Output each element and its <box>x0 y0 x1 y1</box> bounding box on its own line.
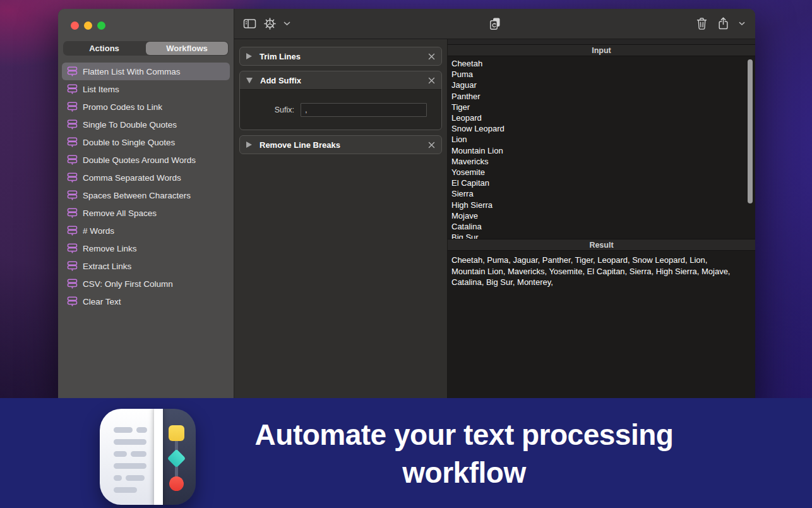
sidebar-item-spaces-between-characters[interactable]: Spaces Between Characters <box>62 186 230 204</box>
sidebar-item-extract-links[interactable]: Extract Links <box>62 257 230 275</box>
gear-menu-chevron[interactable] <box>284 21 290 26</box>
workflow-icon <box>67 208 78 219</box>
promo-banner: Automate your text processing workflow <box>0 398 812 508</box>
suffix-input[interactable] <box>301 103 427 117</box>
sidebar-item-remove-links[interactable]: Remove Links <box>62 239 230 257</box>
flow-circle-node <box>169 476 184 491</box>
sidebar-item-single-to-double-quotes[interactable]: Single To Double Quotes <box>62 116 230 133</box>
workflow-icon <box>67 102 78 112</box>
share-menu-chevron[interactable] <box>739 21 745 26</box>
main-area: Trim Lines Add Suffix <box>234 9 755 404</box>
workflow-icon <box>67 226 78 236</box>
input-line: Mountain Lion <box>451 145 743 156</box>
remove-step-button[interactable] <box>428 142 435 148</box>
step-body: Sufix: <box>240 89 441 130</box>
workflow-icon <box>67 137 78 148</box>
app-window: Actions Workflows Flatten List With Comm… <box>58 9 755 404</box>
workflow-icon <box>67 243 78 254</box>
input-line: Big Sur <box>451 232 743 239</box>
input-line: Jaguar <box>451 80 743 90</box>
input-line: Sierra <box>451 188 743 199</box>
step-title: Trim Lines <box>260 52 421 61</box>
suffix-field-label: Sufix: <box>240 106 301 114</box>
share-button[interactable] <box>718 17 729 30</box>
input-line: Catalina <box>451 221 743 232</box>
chevron-down-icon <box>739 21 745 26</box>
gear-icon <box>263 17 277 30</box>
clipboard-process-icon <box>489 17 501 31</box>
workflow-icon <box>67 261 78 272</box>
chevron-down-icon <box>284 21 290 26</box>
sidebar-item-csv-only-first-column[interactable]: CSV: Only First Column <box>62 275 230 293</box>
banner-headline: Automate your text processing workflow <box>208 416 720 492</box>
remove-step-button[interactable] <box>428 77 435 84</box>
workflow-icon <box>67 190 78 201</box>
sidebar-item-label: Comma Separated Words <box>83 173 181 183</box>
workflow-icon <box>67 172 78 183</box>
workflow-icon <box>67 155 78 166</box>
sidebar-toggle-button[interactable] <box>243 18 256 30</box>
input-line: Yosemite <box>451 167 743 178</box>
workflow-icon <box>67 119 78 130</box>
step-remove-line-breaks: Remove Line Breaks <box>239 135 442 154</box>
process-clipboard-button[interactable] <box>489 17 501 31</box>
input-line: Mavericks <box>451 156 743 167</box>
sidebar-tabs: Actions Workflows <box>63 41 229 56</box>
app-icon <box>100 409 196 505</box>
window-controls <box>71 21 105 30</box>
sidebar: Actions Workflows Flatten List With Comm… <box>58 9 234 404</box>
workflow-icon <box>67 84 78 95</box>
close-icon <box>428 77 435 84</box>
close-icon <box>428 142 435 148</box>
input-line: Snow Leopard <box>451 123 743 134</box>
input-area[interactable]: Cheetah Puma Jaguar Panther Tiger Leopar… <box>448 56 755 239</box>
app-icon-divider <box>154 409 163 505</box>
disclosure-triangle-icon[interactable] <box>246 78 253 83</box>
minimize-button[interactable] <box>84 21 92 30</box>
disclosure-triangle-icon[interactable] <box>246 53 252 59</box>
input-line: Cheetah <box>451 58 743 69</box>
sidebar-item-label: Double to Single Quotes <box>83 138 175 147</box>
step-trim-lines: Trim Lines <box>239 47 442 66</box>
close-button[interactable] <box>71 21 79 30</box>
input-line: Panther <box>451 91 743 102</box>
step-header[interactable]: Trim Lines <box>240 47 441 65</box>
sidebar-item-label: Promo Codes to Link <box>83 102 162 112</box>
sidebar-item-double-quotes-around-words[interactable]: Double Quotes Around Words <box>62 151 230 169</box>
trash-icon <box>696 17 708 30</box>
workflow-list: Flatten List With Commas List Items Prom… <box>62 63 230 310</box>
result-text: Cheetah, Puma, Jaguar, Panther, Tiger, L… <box>451 255 743 288</box>
step-add-suffix: Add Suffix Sufix: <box>239 71 442 130</box>
input-line: Puma <box>451 69 743 80</box>
delete-workflow-button[interactable] <box>696 17 708 30</box>
step-header[interactable]: Remove Line Breaks <box>240 136 441 154</box>
zoom-button[interactable] <box>97 21 105 30</box>
sidebar-item-hash-words[interactable]: # Words <box>62 222 230 239</box>
input-line: Mojave <box>451 210 743 221</box>
step-header[interactable]: Add Suffix <box>240 71 441 89</box>
sidebar-item-remove-all-spaces[interactable]: Remove All Spaces <box>62 204 230 222</box>
sidebar-item-comma-separated-words[interactable]: Comma Separated Words <box>62 169 230 186</box>
io-panel: Input Cheetah Puma Jaguar Panther Tiger … <box>448 39 755 404</box>
sidebar-item-promo-codes-to-link[interactable]: Promo Codes to Link <box>62 98 230 116</box>
sidebar-item-label: Clear Text <box>83 297 121 306</box>
result-area[interactable]: Cheetah, Puma, Jaguar, Panther, Tiger, L… <box>448 251 755 404</box>
sidebar-item-list-items[interactable]: List Items <box>62 80 230 98</box>
sidebar-item-double-to-single-quotes[interactable]: Double to Single Quotes <box>62 133 230 151</box>
tab-actions[interactable]: Actions <box>63 41 145 56</box>
sidebar-item-clear-text[interactable]: Clear Text <box>62 293 230 310</box>
sidebar-item-flatten-list-with-commas[interactable]: Flatten List With Commas <box>62 63 230 80</box>
remove-step-button[interactable] <box>428 53 435 60</box>
app-icon-text-half <box>100 409 158 505</box>
input-scrollbar-thumb[interactable] <box>748 59 753 203</box>
gear-menu-button[interactable] <box>263 17 277 30</box>
input-line: Lion <box>451 134 743 145</box>
content-area: Trim Lines Add Suffix <box>234 39 755 404</box>
sidebar-item-label: List Items <box>83 85 119 94</box>
input-line: Tiger <box>451 102 743 112</box>
input-line: Leopard <box>451 112 743 123</box>
disclosure-triangle-icon[interactable] <box>246 142 252 148</box>
tab-workflows[interactable]: Workflows <box>146 42 228 55</box>
input-header: Input <box>448 44 755 56</box>
sidebar-item-label: Single To Double Quotes <box>83 120 177 130</box>
